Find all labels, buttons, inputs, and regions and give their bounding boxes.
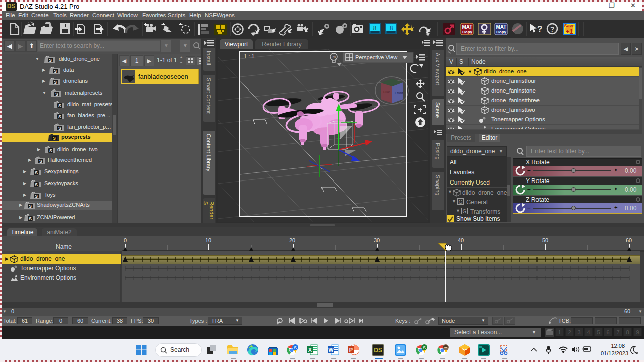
svg-text:Front: Front: [395, 91, 403, 95]
svg-text:8: 8: [390, 25, 393, 32]
svg-text:Rear: Rear: [383, 90, 390, 93]
svg-text:Perspective View: Perspective View: [355, 54, 397, 60]
svg-text:60: 60: [626, 237, 632, 243]
svg-text:S: S: [294, 345, 297, 350]
svg-text:P: P: [349, 347, 353, 353]
svg-text:m: m: [333, 55, 336, 59]
svg-text:MAT: MAT: [462, 24, 473, 30]
svg-text:50: 50: [542, 237, 548, 243]
svg-text:W: W: [328, 347, 334, 353]
svg-text:?: ?: [537, 24, 542, 34]
svg-text:MAT: MAT: [496, 24, 507, 30]
svg-text:30: 30: [374, 237, 380, 243]
svg-text:+1: +1: [566, 28, 573, 35]
svg-text:20: 20: [289, 237, 295, 243]
svg-text:10: 10: [205, 237, 211, 243]
svg-text:1 : 1: 1 : 1: [244, 53, 254, 59]
svg-text:8: 8: [373, 25, 377, 32]
svg-text:?: ?: [550, 25, 555, 33]
svg-text:DS: DS: [374, 347, 382, 354]
svg-text:Copy: Copy: [462, 30, 473, 34]
svg-text:0: 0: [124, 237, 127, 243]
svg-text:Copy: Copy: [496, 30, 507, 34]
svg-text:X: X: [308, 347, 312, 353]
svg-text:S: S: [423, 345, 426, 350]
svg-text:40: 40: [458, 237, 464, 243]
